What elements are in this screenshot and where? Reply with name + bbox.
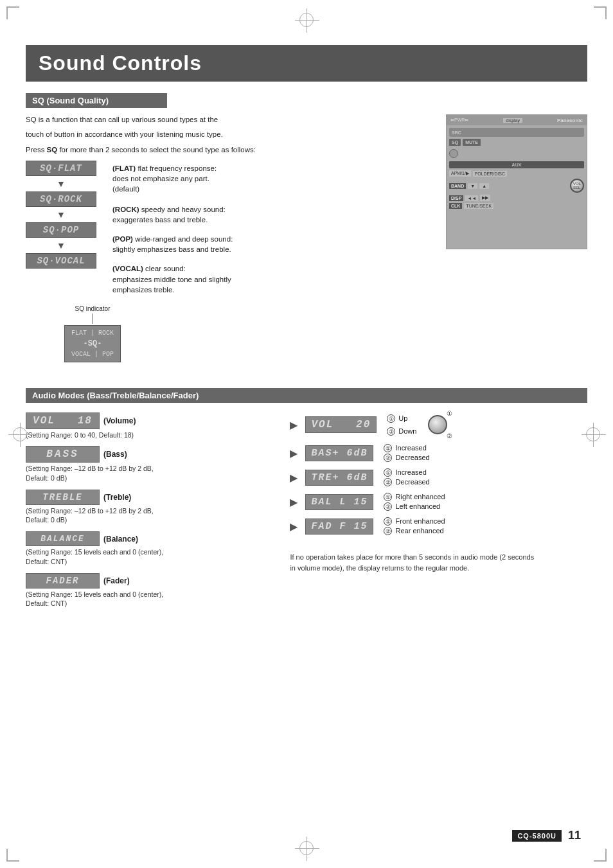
corner-mark-bl: [6, 849, 19, 862]
audio-display-fader-before: FADER: [26, 573, 100, 589]
vol-knob-icon: [428, 415, 447, 434]
sq-intro-2: touch of button in accordance with your …: [26, 129, 325, 140]
circle-1: ①: [384, 517, 392, 526]
audio-row-fader: FADER (Fader): [26, 573, 277, 589]
audio-grid: VOL 18 (Volume) (Setting Range: 0 to 40,…: [26, 412, 587, 608]
sq-icons-column: SQ·FLAT ▼ SQ·ROCK ▼ SQ·POP ▼ SQ·VOC: [26, 161, 96, 295]
audio-note-balance: (Setting Range: 15 levels each and 0 (ce…: [26, 547, 277, 566]
corner-mark-tr: [594, 6, 607, 19]
balance-right: ① Right enhanced: [384, 493, 445, 501]
audio-section-header: Audio Modes (Bass/Treble/Balance/Fader): [26, 388, 587, 403]
circle-2-indicator: ②: [447, 432, 452, 439]
arrow-volume: ▶: [290, 419, 298, 431]
treble-decreased: ② Decreased: [384, 478, 429, 486]
volume-down: ② Down: [387, 425, 416, 438]
audio-display-volume-before: VOL 18: [26, 412, 100, 429]
bass-decreased: ② Decreased: [384, 454, 429, 462]
page-number-area: CQ-5800U 11: [512, 829, 581, 842]
device-brand: Panasonic: [557, 118, 583, 123]
sq-indicator-line: [93, 314, 93, 324]
audio-result-balance: BAL L 15: [305, 494, 373, 510]
sq-desc-rock: (ROCK) speedy and heavy sound:exaggerate…: [112, 204, 325, 225]
sq-arrow-2: ▼: [26, 209, 96, 220]
page: Sound Controls SQ (Sound Quality) SQ is …: [0, 0, 613, 868]
right-row-balance: ▶ BAL L 15 ① Right enhanced ② Left enhan…: [290, 493, 587, 511]
audio-row-treble: TREBLE (Treble): [26, 490, 277, 505]
sq-intro-1: SQ is a function that can call up variou…: [26, 114, 325, 125]
sq-arrow-3: ▼: [26, 240, 96, 251]
volume-info: ① Up ② Down: [387, 412, 416, 438]
audio-left-column: VOL 18 (Volume) (Setting Range: 0 to 40,…: [26, 412, 277, 608]
sq-mode-rock: SQ·ROCK: [26, 191, 96, 207]
audio-label-volume: (Volume): [103, 416, 148, 425]
circle-1-indicator: ①: [447, 410, 452, 417]
balance-left: ② Left enhanced: [384, 502, 445, 511]
audio-item-fader: FADER (Fader) (Setting Range: 15 levels …: [26, 573, 277, 608]
treble-info: ① Increased ② Decreased: [384, 468, 429, 486]
balance-info: ① Right enhanced ② Left enhanced: [384, 493, 445, 511]
page-number: 11: [568, 829, 581, 842]
circle-2: ②: [384, 527, 392, 535]
bass-increased: ① Increased: [384, 444, 429, 452]
fader-info: ① Front enhanced ② Rear enhanced: [384, 517, 445, 535]
audio-result-bass: BAS+ 6dB: [305, 445, 373, 461]
corner-mark-tl: [6, 6, 19, 19]
vol-knob-area: ① ②: [428, 415, 447, 434]
sq-desc-vocal: (VOCAL) clear sound:emphasizes middle to…: [112, 263, 325, 294]
volume-up: ① Up: [387, 412, 416, 425]
sq-arrow-1: ▼: [26, 179, 96, 189]
arrow-bass: ▶: [290, 447, 298, 459]
sq-display-rock: SQ·ROCK: [26, 191, 96, 207]
audio-label-balance: (Balance): [103, 535, 148, 544]
model-badge: CQ-5800U: [512, 830, 562, 842]
sq-indicator-label: SQ indicator: [75, 305, 110, 312]
right-row-treble: ▶ TRE+ 6dB ① Increased ② Decreased: [290, 468, 587, 486]
audio-item-volume: VOL 18 (Volume) (Setting Range: 0 to 40,…: [26, 412, 277, 440]
audio-result-fader: FAD F 15: [305, 518, 373, 535]
sq-display-flat: SQ·FLAT: [26, 161, 96, 176]
audio-item-balance: BALANCE (Balance) (Setting Range: 15 lev…: [26, 531, 277, 566]
right-row-bass: ▶ BAS+ 6dB ① Increased ② Decreased: [290, 444, 587, 462]
audio-row-bass: BASS (Bass): [26, 446, 277, 463]
audio-display-balance-before: BALANCE: [26, 531, 100, 546]
sq-mode-vocal: SQ·VOCAL: [26, 253, 96, 269]
sq-section-header: SQ (Sound Quality): [26, 93, 167, 108]
bass-info: ① Increased ② Decreased: [384, 444, 429, 462]
right-row-fader: ▶ FAD F 15 ① Front enhanced ② Rear enhan…: [290, 517, 587, 535]
right-row-volume: ▶ VOL 20 ① Up ② Down ① ②: [290, 412, 587, 438]
audio-item-bass: BASS (Bass) (Setting Range: –12 dB to +1…: [26, 446, 277, 483]
arrow-treble: ▶: [290, 472, 298, 484]
circle-1: ①: [384, 468, 392, 477]
sq-mode-pop: SQ·POP: [26, 222, 96, 238]
treble-increased: ① Increased: [384, 468, 429, 477]
arrow-balance: ▶: [290, 496, 298, 508]
sq-desc-pop: (POP) wide-ranged and deep sound:slightl…: [112, 234, 325, 254]
audio-row-volume: VOL 18 (Volume): [26, 412, 277, 429]
crosshair-top: [299, 13, 314, 27]
audio-display-treble-before: TREBLE: [26, 490, 100, 505]
audio-result-treble: TRE+ 6dB: [305, 470, 373, 486]
audio-section: Audio Modes (Bass/Treble/Balance/Fader) …: [26, 388, 587, 608]
sq-intro-3: Press SQ for more than 2 seconds to sele…: [26, 145, 325, 155]
circle-1: ①: [384, 444, 392, 452]
sq-indicator-area: SQ indicator FLAT | ROCK -SQ- VOCAL | PO…: [64, 305, 325, 362]
audio-label-bass: (Bass): [103, 450, 148, 459]
page-title: Sound Controls: [26, 45, 587, 82]
circle-2: ②: [384, 502, 392, 511]
sq-mode-flat: SQ·FLAT: [26, 161, 96, 176]
crosshair-right: [586, 427, 600, 441]
bottom-note: If no operation takes place for more tha…: [290, 552, 534, 573]
audio-note-treble: (Setting Range: –12 dB to +12 dB by 2 dB…: [26, 506, 277, 525]
sq-left: SQ is a function that can call up variou…: [26, 114, 325, 375]
audio-right-column: ▶ VOL 20 ① Up ② Down ① ②: [290, 412, 587, 608]
corner-mark-br: [594, 849, 607, 862]
audio-label-fader: (Fader): [103, 576, 148, 585]
circle-1: ①: [384, 493, 392, 501]
sq-section: SQ is a function that can call up variou…: [26, 114, 587, 375]
audio-note-fader: (Setting Range: 15 levels each and 0 (ce…: [26, 590, 277, 608]
circle-2: ②: [384, 454, 392, 462]
crosshair-bottom: [299, 841, 314, 855]
audio-item-treble: TREBLE (Treble) (Setting Range: –12 dB t…: [26, 490, 277, 525]
sq-descriptions: (FLAT) flat frequency response:does not …: [112, 161, 325, 295]
sq-desc-flat: (FLAT) flat frequency response:does not …: [112, 163, 325, 194]
